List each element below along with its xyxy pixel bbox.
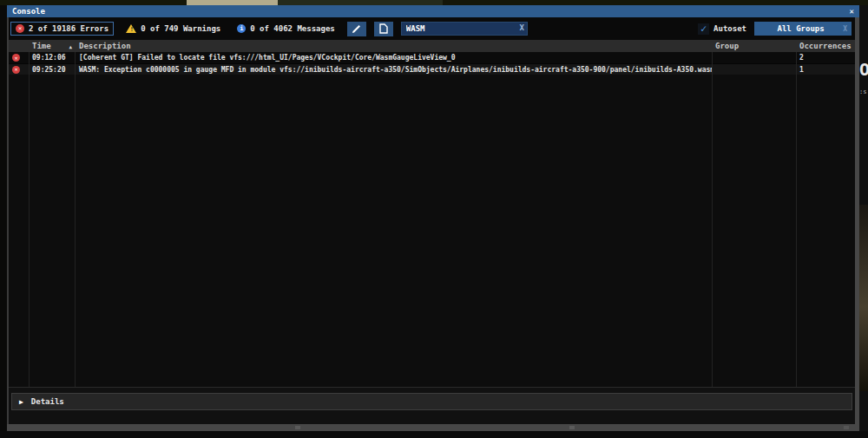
console-toolbar: ✕ 2 of 19186 Errors ! 0 of 749 Warnings … <box>9 17 855 40</box>
log-row[interactable]: ✕ 09:25:20 WASM: Exception c0000005 in g… <box>9 63 855 75</box>
backdrop-partial-letter: O <box>859 59 868 80</box>
autoset-checkbox[interactable]: ✓ Autoset <box>698 23 746 35</box>
column-divider <box>712 52 713 387</box>
groups-dropdown[interactable]: All Groups X <box>754 22 852 36</box>
expander-triangle-icon[interactable]: ▶ <box>19 398 23 406</box>
errors-filter-button[interactable]: ✕ 2 of 19186 Errors <box>10 22 114 36</box>
column-header-description[interactable]: Description <box>75 42 712 50</box>
column-header-group[interactable]: Group <box>712 42 796 50</box>
log-table-body: ✕ 09:12:06 [Coherent GT] Failed to locat… <box>9 52 855 388</box>
window-bottom-border <box>7 424 859 431</box>
backdrop-bottom-sliver <box>0 431 868 438</box>
column-divider <box>29 52 30 387</box>
resize-grip[interactable] <box>569 426 575 429</box>
close-icon[interactable]: ✕ <box>850 8 854 16</box>
clear-console-button[interactable] <box>347 22 366 36</box>
details-section: ▶ Details <box>9 388 855 424</box>
copy-log-button[interactable] <box>374 22 393 36</box>
backdrop-partial-text: :s <box>859 88 866 95</box>
details-expander[interactable]: ▶ Details <box>11 393 852 410</box>
column-header-occurrences[interactable]: Occurrences <box>796 42 855 50</box>
resize-grip[interactable] <box>844 426 849 429</box>
search-field: X <box>401 22 528 36</box>
pencil-icon <box>352 24 361 34</box>
log-description: [Coherent GT] Failed to locate file vfs:… <box>75 54 712 62</box>
search-clear-icon[interactable]: X <box>519 23 523 32</box>
console-window: Console ✕ ✕ 2 of 19186 Errors ! 0 of 749… <box>7 5 859 431</box>
warnings-count-label: 0 of 749 Warnings <box>141 24 220 33</box>
log-time: 09:25:20 <box>29 66 75 74</box>
resize-grip[interactable] <box>295 426 300 429</box>
window-title: Console <box>12 7 45 16</box>
details-empty-area <box>11 410 852 424</box>
warnings-filter-button[interactable]: ! 0 of 749 Warnings <box>122 23 225 35</box>
messages-filter-button[interactable]: i 0 of 4062 Messages <box>233 23 339 35</box>
backdrop-right-gradient <box>859 205 868 391</box>
groups-dropdown-value: All Groups <box>759 24 843 33</box>
search-input[interactable] <box>401 22 528 36</box>
log-time: 09:12:06 <box>29 54 75 62</box>
log-table-header: Time ▲ Description Group Occurrences <box>9 40 855 52</box>
column-header-time[interactable]: Time ▲ <box>29 42 75 50</box>
column-divider <box>75 52 76 387</box>
document-icon <box>379 23 388 34</box>
warning-icon: ! <box>126 24 136 33</box>
groups-clear-icon[interactable]: X <box>843 25 847 33</box>
log-row[interactable]: ✕ 09:12:06 [Coherent GT] Failed to locat… <box>9 52 855 63</box>
messages-count-label: 0 of 4062 Messages <box>250 24 335 33</box>
window-titlebar[interactable]: Console ✕ <box>7 5 859 17</box>
log-description: WASM: Exception c0000005 in gauge MFD in… <box>75 66 712 74</box>
error-icon: ✕ <box>12 54 20 62</box>
checkbox-check-icon[interactable]: ✓ <box>698 23 709 35</box>
log-occurrences: 1 <box>796 66 855 74</box>
window-frame: ✕ 2 of 19186 Errors ! 0 of 749 Warnings … <box>7 17 859 424</box>
error-icon: ✕ <box>16 24 24 33</box>
backdrop-right-strip: O :s <box>859 5 868 431</box>
autoset-label: Autoset <box>713 24 746 33</box>
log-occurrences: 2 <box>796 54 855 62</box>
info-icon: i <box>237 24 246 33</box>
details-label: Details <box>31 397 64 406</box>
sort-ascending-icon: ▲ <box>69 43 72 49</box>
error-icon: ✕ <box>12 66 20 74</box>
errors-count-label: 2 of 19186 Errors <box>29 24 108 33</box>
column-divider <box>796 52 797 387</box>
